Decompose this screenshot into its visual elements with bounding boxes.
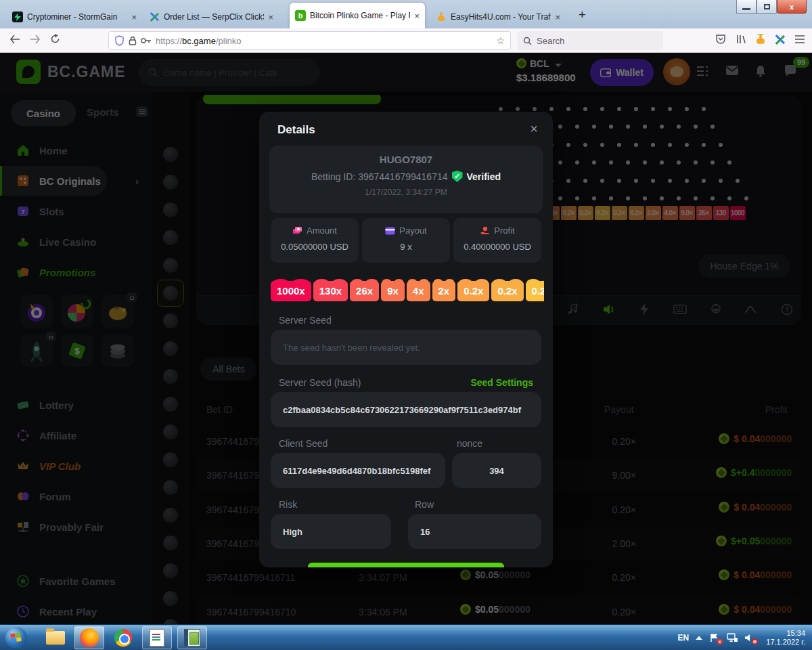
risk-select[interactable]: High: [271, 514, 391, 549]
url-protocol: https://: [156, 36, 182, 46]
reload-button[interactable]: [50, 34, 60, 47]
payout-card: Payout 9 x: [362, 218, 450, 263]
multiplier-chip: 9x: [381, 281, 405, 301]
money-icon: [292, 226, 302, 235]
verified-shield-icon: ✓: [452, 171, 463, 182]
amount-card: Amount 0.05000000 USD: [271, 218, 359, 263]
browser-tab-2[interactable]: Order List — SerpClix ClickSense ×: [143, 5, 279, 28]
seed-settings-link[interactable]: Seed Settings: [470, 377, 533, 388]
close-button[interactable]: x: [777, 0, 807, 14]
network-icon[interactable]: [727, 633, 738, 643]
easyhits-extension-icon[interactable]: [756, 34, 765, 47]
server-seed-placeholder: The seed hasn't been revealed yet.: [283, 343, 420, 353]
card-value: 0.40000000 USD: [453, 242, 541, 252]
card-label: Profit: [494, 225, 514, 236]
browser-tab-4[interactable]: EasyHits4U.com - Your Traffic E ×: [430, 5, 566, 28]
multiplier-chip: 2x: [432, 281, 456, 301]
menu-hamburger-icon[interactable]: [794, 35, 805, 47]
serpclix-extension-icon[interactable]: [775, 35, 785, 47]
url-domain: bc.game: [182, 36, 216, 46]
tracking-shield-icon[interactable]: [114, 35, 125, 46]
library-icon[interactable]: [736, 34, 746, 47]
new-tab-button[interactable]: +: [579, 8, 586, 22]
taskbar-chrome-icon[interactable]: [108, 626, 138, 649]
close-icon[interactable]: ×: [530, 121, 538, 137]
action-center-flag-icon[interactable]: x: [709, 633, 720, 643]
card-label: Payout: [399, 225, 426, 236]
multiplier-chip: 0.2x: [457, 281, 489, 301]
volume-muted-icon[interactable]: ⊘: [744, 633, 755, 643]
multiplier-chip: 130x: [313, 281, 348, 301]
multiplier-chip: 0.2x: [526, 281, 544, 301]
browser-tab-1[interactable]: Cryptominer - StormGain ×: [7, 5, 142, 28]
taskbar-clock[interactable]: 15:34 17.1.2022 г.: [766, 629, 805, 647]
server-seed-hash-field[interactable]: c2fbaa0834cb5c84c6730622173669290af9f751…: [271, 392, 541, 427]
server-seed-hash-label: Server Seed (hash): [279, 377, 361, 388]
bet-summary-block: HUGO7807 Betting ID: 39674416799416714 ✓…: [269, 146, 543, 213]
tab-close-icon[interactable]: ×: [414, 11, 420, 21]
back-button[interactable]: [9, 35, 20, 47]
tab-title: EasyHits4U.com - Your Traffic E: [451, 12, 551, 22]
multiplier-chip: 1000x: [271, 281, 311, 301]
nonce-value: 394: [489, 466, 504, 476]
bookmark-star-icon[interactable]: ☆: [496, 35, 505, 46]
client-seed-label: Client Seed: [279, 438, 328, 449]
bet-timestamp: 1/17/2022, 3:34:27 PM: [269, 188, 543, 197]
forward-button[interactable]: [30, 35, 41, 47]
serpclix-favicon: [149, 12, 160, 22]
browser-titlebar: Cryptominer - StormGain × Order List — S…: [0, 0, 812, 28]
risk-label: Risk: [279, 499, 297, 510]
client-seed-value: 6117d4e9e49d6d4870b18bfc5198fef: [283, 466, 430, 476]
row-select[interactable]: 16: [408, 514, 541, 549]
taskbar-calc-icon[interactable]: [177, 626, 207, 649]
row-value: 16: [420, 527, 430, 537]
tab-close-icon[interactable]: ×: [268, 12, 273, 22]
bcgame-favicon: b: [295, 10, 306, 21]
lock-icon[interactable]: [129, 36, 137, 46]
tray-expand-icon[interactable]: [696, 636, 702, 640]
language-indicator[interactable]: EN: [678, 633, 690, 643]
tab-close-icon[interactable]: ×: [131, 12, 137, 22]
browser-tab-3-active[interactable]: b Bitcoin Plinko Game - Play Plin ×: [290, 3, 425, 28]
server-seed-hash-value: c2fbaa0834cb5c84c6730622173669290af9f751…: [283, 405, 521, 415]
card-label: Amount: [307, 225, 337, 236]
bet-details-modal: Details × HUGO7807 Betting ID: 396744167…: [259, 112, 553, 567]
profit-card: Profit 0.40000000 USD: [453, 218, 541, 263]
easyhits-favicon: [436, 12, 447, 22]
multiplier-chip: 26x: [350, 281, 379, 301]
start-button[interactable]: [1, 626, 31, 649]
restore-button[interactable]: [757, 0, 777, 14]
tab-title: Bitcoin Plinko Game - Play Plin: [310, 11, 410, 20]
taskbar-firefox-icon[interactable]: [74, 626, 104, 649]
nonce-field[interactable]: 394: [452, 453, 541, 488]
verify-button[interactable]: [308, 563, 504, 567]
search-icon: [523, 37, 532, 45]
modal-title: Details: [277, 123, 315, 137]
clock-date: 17.1.2022 г.: [766, 638, 805, 647]
betting-id: Betting ID: 39674416799416714: [311, 171, 448, 182]
url-path: /plinko: [216, 36, 242, 46]
taskbar-explorer-icon[interactable]: [41, 626, 70, 649]
stormgain-favicon: [12, 12, 23, 22]
taskbar-document-icon[interactable]: [142, 626, 172, 649]
card-value: 0.05000000 USD: [271, 242, 359, 252]
multiplier-chip: 4x: [407, 281, 430, 301]
url-bar[interactable]: https://bc.game/plinko ☆: [108, 31, 511, 50]
tab-title: Order List — SerpClix ClickSense: [164, 12, 264, 22]
key-icon[interactable]: [141, 37, 152, 44]
server-seed-label: Server Seed: [279, 315, 332, 326]
verified-label: Verified: [467, 171, 501, 182]
minimize-button[interactable]: [736, 0, 757, 14]
nonce-label: nonce: [457, 438, 482, 449]
row-label: Row: [415, 499, 434, 510]
pocket-icon[interactable]: [715, 34, 726, 47]
client-seed-field[interactable]: 6117d4e9e49d6d4870b18bfc5198fef: [271, 453, 445, 488]
server-seed-field[interactable]: The seed hasn't been revealed yet.: [271, 330, 541, 365]
risk-value: High: [283, 527, 302, 537]
search-placeholder: Search: [537, 36, 564, 46]
browser-search-box[interactable]: Search: [518, 31, 663, 50]
card-icon: [385, 227, 395, 235]
tab-close-icon[interactable]: ×: [555, 12, 560, 22]
page-content: BC.GAME Game name | Provider | Cate BCL …: [0, 53, 812, 624]
card-value: 9 x: [362, 242, 450, 252]
